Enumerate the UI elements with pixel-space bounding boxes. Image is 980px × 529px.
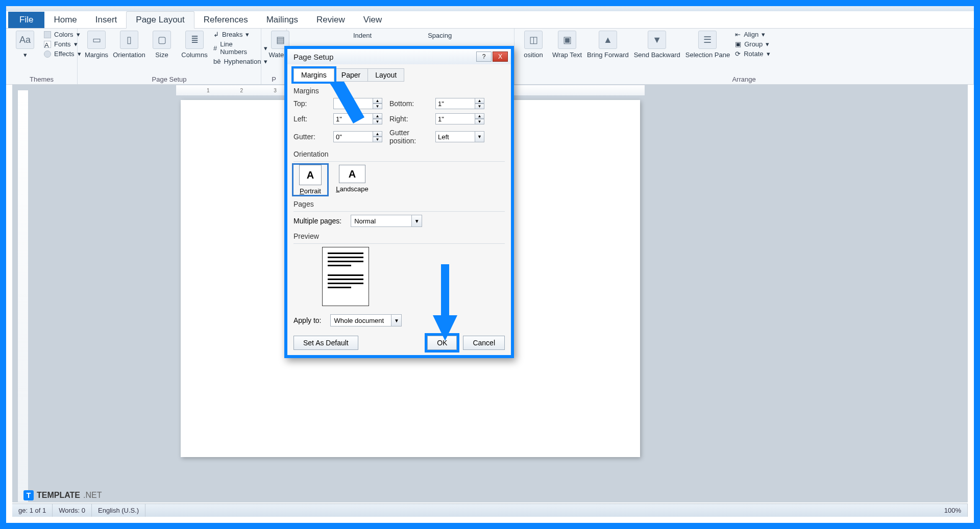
chevron-down-icon[interactable]: ▼ [412,215,422,227]
dialog-tab-paper[interactable]: Paper [334,68,368,82]
orientation-button[interactable]: ▯Orientation [115,31,143,59]
gutter-label: Gutter: [293,133,333,141]
ribbon-tabs: File Home Insert Page Layout References … [6,11,974,29]
section-preview: Preview [293,232,505,240]
group-page-setup: ▭Margins ▯Orientation ▢Size ≣Columns ↲Br… [78,29,261,84]
fonts-button[interactable]: AFonts ▾ [44,40,81,48]
gutter-pos-select[interactable]: ▼ [435,131,492,142]
chevron-down-icon[interactable]: ▼ [391,314,402,326]
forward-icon: ▲ [599,31,617,49]
orientation-icon: ▯ [120,31,138,49]
tab-review[interactable]: Review [307,12,354,28]
tab-view[interactable]: View [354,12,391,28]
size-icon: ▢ [153,31,171,49]
group-arrange-label: Arrange [520,75,968,83]
themes-dropdown-label: ▾ [23,51,27,59]
backward-icon: ▼ [648,31,666,49]
size-button[interactable]: ▢Size [148,31,176,59]
tab-page-layout[interactable]: Page Layout [126,11,194,29]
columns-button[interactable]: ≣Columns [181,31,208,59]
dialog-tab-margins[interactable]: Margins [293,68,334,82]
multiple-pages-label: Multiple pages: [293,217,341,225]
spin-down-icon[interactable]: ▼ [373,104,382,109]
bring-forward-button[interactable]: ▲Bring Forward [587,31,629,59]
position-button[interactable]: ◫osition [520,31,547,59]
colors-icon [44,31,51,38]
group-button[interactable]: ▣Group ▾ [735,40,770,48]
dialog-title-bar[interactable]: Page Setup ? X [287,49,511,64]
hyphenation-icon: bē [213,58,220,65]
align-button[interactable]: ⇤Align ▾ [735,31,770,38]
bottom-spinner[interactable]: ▲▼ [435,98,492,109]
landscape-icon: A [339,165,365,183]
status-bar: ge: 1 of 1 Words: 0 English (U.S.) 100% [12,503,968,517]
multiple-pages-select[interactable]: ▼ [351,215,422,227]
rotate-button[interactable]: ⟳Rotate ▾ [735,50,770,58]
svg-marker-0 [329,82,364,123]
group-icon: ▣ [735,40,741,48]
right-spinner[interactable]: ▲▼ [435,113,492,124]
right-label: Right: [389,115,435,123]
group-page-setup-label: Page Setup [83,75,256,83]
orientation-landscape[interactable]: A Landscape [335,165,369,195]
spin-up-icon[interactable]: ▲ [475,98,484,104]
status-page[interactable]: ge: 1 of 1 [12,504,53,517]
status-zoom[interactable]: 100% [938,504,968,517]
selection-pane-button[interactable]: ☰Selection Pane [685,31,730,59]
tab-file[interactable]: File [8,12,44,28]
line-numbers-icon: # [213,44,217,52]
align-icon: ⇤ [735,31,741,38]
apply-to-input[interactable] [330,314,391,326]
section-orientation: Orientation [293,150,505,158]
line-numbers-button[interactable]: #Line Numbers ▾ [213,40,267,56]
margins-button[interactable]: ▭Margins [83,31,110,59]
send-backward-button[interactable]: ▼Send Backward [634,31,680,59]
colors-button[interactable]: Colors ▾ [44,31,81,38]
spin-down-icon[interactable]: ▼ [373,119,382,124]
top-label: Top: [293,99,333,108]
dialog-tab-layout[interactable]: Layout [368,68,404,82]
annotation-arrow-ok [430,264,460,343]
status-words[interactable]: Words: 0 [53,504,92,517]
svg-marker-1 [433,264,457,341]
fonts-icon: A [44,41,51,48]
vertical-ruler[interactable] [17,90,29,502]
tab-insert[interactable]: Insert [86,12,127,28]
dialog-help-button[interactable]: ? [476,52,492,62]
chevron-down-icon[interactable]: ▼ [475,131,484,142]
spin-up-icon[interactable]: ▲ [373,131,382,137]
spin-down-icon[interactable]: ▼ [475,104,484,109]
selection-pane-icon: ☰ [698,31,717,49]
themes-button[interactable]: Aa ▾ [11,31,39,59]
group-page-background: ▤Waterm P [261,29,287,84]
window-title-bar [6,6,974,11]
template-net-watermark: T TEMPLATE.NET [23,490,102,500]
multiple-pages-input[interactable] [351,215,412,227]
hyphenation-button[interactable]: bēHyphenation ▾ [213,58,267,65]
template-logo-icon: T [23,490,34,500]
dialog-close-button[interactable]: X [493,52,508,62]
set-as-default-button[interactable]: Set As Default [293,336,358,350]
spin-up-icon[interactable]: ▲ [373,113,382,119]
gutter-pos-input[interactable] [435,131,475,142]
tab-references[interactable]: References [194,12,257,28]
spin-down-icon[interactable]: ▼ [373,137,382,142]
breaks-button[interactable]: ↲Breaks ▾ [213,31,267,38]
tab-home[interactable]: Home [44,12,86,28]
bottom-input[interactable] [435,98,475,109]
right-input[interactable] [435,113,475,124]
status-language[interactable]: English (U.S.) [92,504,145,517]
orientation-portrait[interactable]: A Portrait [293,165,327,195]
breaks-icon: ↲ [213,31,219,38]
dialog-tabs: Margins Paper Layout [293,68,505,82]
tab-mailings[interactable]: Mailings [257,12,307,28]
gutter-pos-label: Gutter position: [389,129,435,145]
effects-button[interactable]: Effects ▾ [44,50,81,58]
cancel-button[interactable]: Cancel [463,336,505,350]
spin-down-icon[interactable]: ▼ [475,119,484,124]
apply-to-select[interactable]: ▼ [330,314,402,326]
group-arrange: ◫osition ▣Wrap Text ▲Bring Forward ▼Send… [514,29,974,84]
spin-up-icon[interactable]: ▲ [475,113,484,119]
wrap-text-button[interactable]: ▣Wrap Text [552,31,582,59]
spin-up-icon[interactable]: ▲ [373,98,382,104]
